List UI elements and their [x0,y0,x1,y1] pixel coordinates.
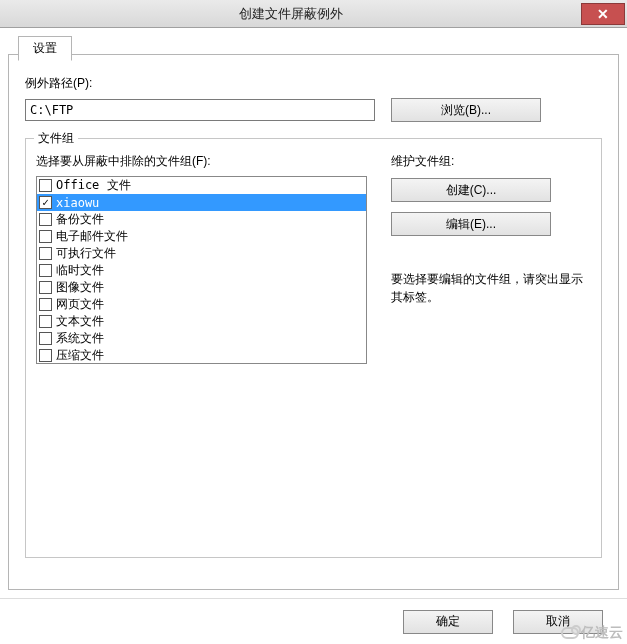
checkbox-icon[interactable] [39,349,52,362]
list-item[interactable]: 系统文件 [37,330,366,347]
list-item-label: 文本文件 [56,313,104,330]
checkbox-icon[interactable] [39,298,52,311]
hint-text: 要选择要编辑的文件组，请突出显示其标签。 [391,270,591,306]
list-item[interactable]: 图像文件 [37,279,366,296]
checkbox-icon[interactable] [39,213,52,226]
checkbox-icon[interactable]: ✓ [39,196,52,209]
create-button[interactable]: 创建(C)... [391,178,551,202]
cancel-button[interactable]: 取消 [513,610,603,634]
dialog-body: 例外路径(P): 浏览(B)... 文件组 选择要从屏蔽中排除的文件组(F): … [8,54,619,590]
list-item-label: 可执行文件 [56,245,116,262]
path-label: 例外路径(P): [25,75,602,92]
path-input[interactable] [25,99,375,121]
checkbox-icon[interactable] [39,247,52,260]
list-item-label: xiaowu [56,196,99,210]
maintain-label: 维护文件组: [391,153,591,170]
list-item[interactable]: 可执行文件 [37,245,366,262]
checkbox-icon[interactable] [39,332,52,345]
file-group-box: 文件组 选择要从屏蔽中排除的文件组(F): Office 文件✓xiaowu备份… [25,138,602,558]
list-item[interactable]: 文本文件 [37,313,366,330]
list-item[interactable]: 备份文件 [37,211,366,228]
checkbox-icon[interactable] [39,281,52,294]
close-icon: ✕ [597,6,609,22]
checkbox-icon[interactable] [39,179,52,192]
list-item[interactable]: 网页文件 [37,296,366,313]
list-item-label: 备份文件 [56,211,104,228]
list-item[interactable]: 临时文件 [37,262,366,279]
group-title: 文件组 [34,130,78,147]
checkbox-icon[interactable] [39,315,52,328]
window-title: 创建文件屏蔽例外 [0,5,581,23]
edit-button[interactable]: 编辑(E)... [391,212,551,236]
tab-settings[interactable]: 设置 [18,36,72,61]
list-item[interactable]: ✓xiaowu [37,194,366,211]
dialog-footer: 确定 取消 [0,598,627,644]
browse-button[interactable]: 浏览(B)... [391,98,541,122]
checkbox-icon[interactable] [39,264,52,277]
list-item[interactable]: 电子邮件文件 [37,228,366,245]
list-label: 选择要从屏蔽中排除的文件组(F): [36,153,367,170]
list-item-label: 压缩文件 [56,347,104,364]
file-group-list[interactable]: Office 文件✓xiaowu备份文件电子邮件文件可执行文件临时文件图像文件网… [36,176,367,364]
titlebar: 创建文件屏蔽例外 ✕ [0,0,627,28]
list-item-label: 系统文件 [56,330,104,347]
checkbox-icon[interactable] [39,230,52,243]
ok-button[interactable]: 确定 [403,610,493,634]
list-item-label: 网页文件 [56,296,104,313]
list-item-label: 图像文件 [56,279,104,296]
list-item-label: Office 文件 [56,177,131,194]
list-item[interactable]: 压缩文件 [37,347,366,364]
list-item[interactable]: Office 文件 [37,177,366,194]
list-item-label: 临时文件 [56,262,104,279]
list-item-label: 电子邮件文件 [56,228,128,245]
close-button[interactable]: ✕ [581,3,625,25]
